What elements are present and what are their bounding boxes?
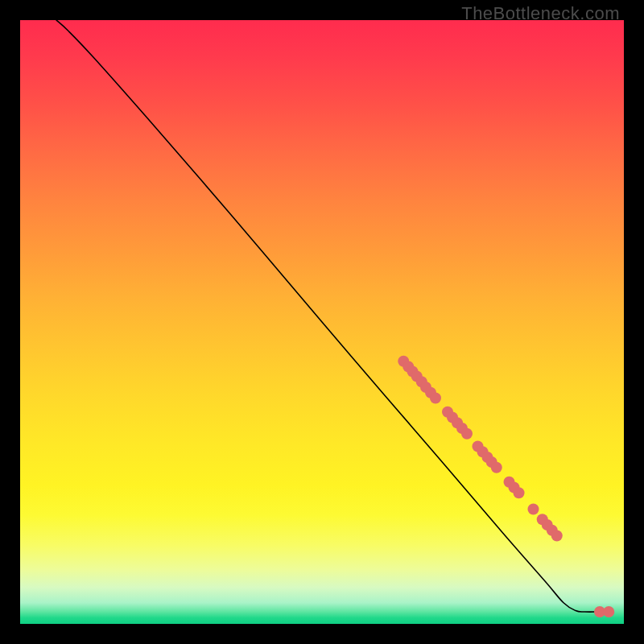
chart-frame: TheBottleneck.com — [0, 0, 644, 644]
data-point — [514, 487, 525, 498]
data-point — [430, 393, 441, 404]
data-point — [551, 530, 563, 542]
curve-overlay — [20, 20, 624, 624]
data-point — [491, 462, 502, 473]
bottleneck-curve — [56, 20, 609, 612]
data-markers — [398, 356, 614, 617]
data-point — [461, 428, 473, 440]
data-point — [603, 606, 614, 617]
watermark-label: TheBottleneck.com — [461, 3, 620, 24]
data-point — [528, 504, 539, 515]
plot-area — [20, 20, 624, 624]
